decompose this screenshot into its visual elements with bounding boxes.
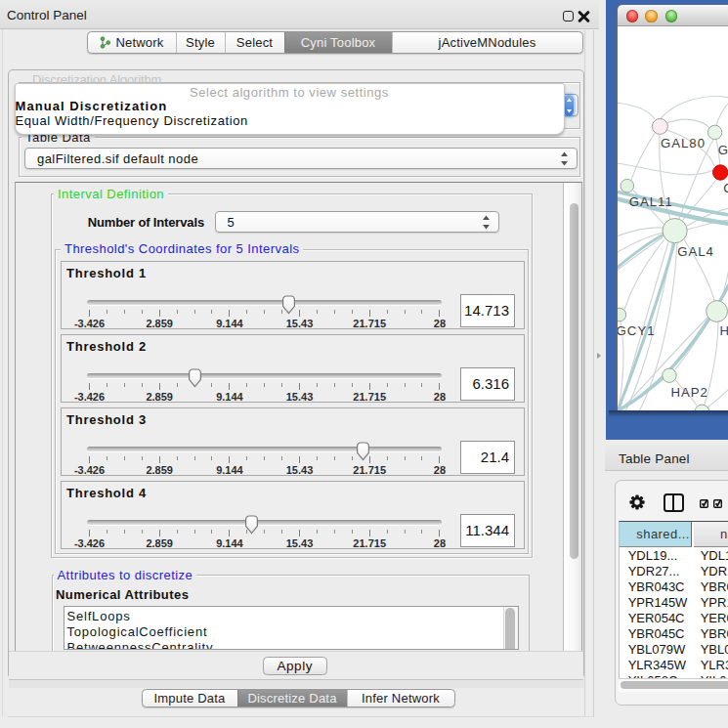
svg-text:GAL4: GAL4: [677, 245, 714, 260]
svg-text:H: H: [719, 324, 728, 339]
svg-text:HAP2: HAP2: [670, 386, 707, 401]
svg-text:GAL11: GAL11: [628, 194, 672, 209]
svg-text:G.: G.: [717, 143, 728, 157]
svg-text:GAL80: GAL80: [661, 136, 706, 150]
svg-text:GCY1: GCY1: [618, 324, 656, 339]
svg-text:C: C: [723, 182, 728, 196]
